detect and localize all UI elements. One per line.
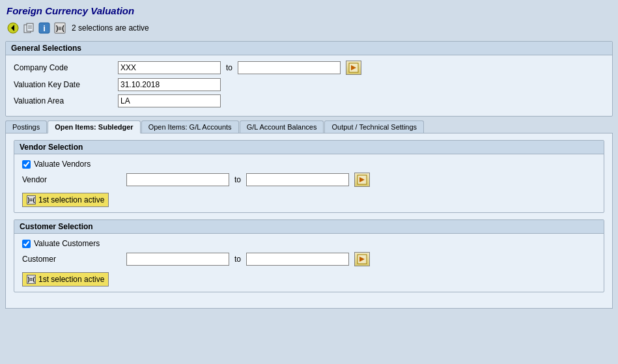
valuate-customers-row: Valuate Customers	[22, 239, 596, 248]
vendor-selection-active-text: 1st selection active	[38, 195, 104, 204]
customer-to: to	[234, 255, 241, 264]
valuate-vendors-checkbox[interactable]	[22, 160, 31, 169]
general-selections-panel: General Selections Company Code to Valua…	[5, 41, 613, 117]
svg-text:)≡(: )≡(	[56, 25, 64, 32]
customer-selection-title: Customer Selection	[14, 220, 604, 234]
company-code-label: Company Code	[14, 63, 118, 72]
selection-icon[interactable]: )≡(	[53, 21, 66, 35]
general-selections-title: General Selections	[6, 42, 612, 55]
customer-input[interactable]	[126, 253, 229, 266]
back-icon[interactable]	[7, 21, 20, 35]
valuation-key-date-input[interactable]	[118, 78, 221, 91]
vendor-sel-icon: )≡(	[27, 195, 36, 204]
tab-open-items-gl[interactable]: Open Items: G/L Accounts	[141, 120, 239, 133]
company-code-to: to	[226, 63, 232, 72]
valuation-key-date-label: Valuation Key Date	[14, 80, 118, 89]
valuate-customers-label: Valuate Customers	[34, 239, 100, 248]
vendor-selection-section: Vendor Selection Valuate Vendors Vendor …	[14, 140, 604, 213]
company-code-row: Company Code to	[14, 61, 604, 75]
general-selections-content: Company Code to Valuation Key Date Valu	[6, 55, 612, 116]
page-title: Foreign Currency Valuation	[7, 5, 611, 16]
customer-selection-active-text: 1st selection active	[38, 275, 104, 284]
vendor-to-input[interactable]	[246, 173, 349, 186]
company-code-to-input[interactable]	[238, 61, 341, 74]
vendor-label: Vendor	[22, 175, 126, 184]
selections-text: 2 selections are active	[72, 23, 149, 33]
svg-text:i: i	[43, 23, 46, 33]
customer-expand-btn[interactable]	[354, 252, 370, 266]
vendor-selection-active-btn[interactable]: )≡( 1st selection active	[22, 193, 109, 207]
tab-gl-account-balances[interactable]: G/L Account Balances	[240, 120, 324, 133]
valuation-area-input[interactable]	[118, 94, 221, 107]
toolbar: i )≡( 2 selections are active	[0, 19, 618, 38]
valuation-area-label: Valuation Area	[14, 96, 118, 105]
tab-output-technical[interactable]: Output / Technical Settings	[324, 120, 424, 133]
tabs-container: Postings Open Items: Subledger Open Item…	[0, 120, 618, 133]
tab-open-items-subledger[interactable]: Open Items: Subledger	[48, 120, 140, 133]
customer-to-input[interactable]	[246, 253, 349, 266]
vendor-selection-content: Valuate Vendors Vendor to )≡(	[14, 154, 604, 212]
valuate-customers-checkbox[interactable]	[22, 240, 31, 248]
title-bar: Foreign Currency Valuation	[0, 0, 618, 19]
customer-sel-icon: )≡(	[27, 275, 36, 284]
vendor-selection-title: Vendor Selection	[14, 141, 604, 154]
vendor-field-row: Vendor to	[22, 173, 596, 187]
tab-postings[interactable]: Postings	[5, 120, 47, 133]
customer-field-row: Customer to	[22, 252, 596, 266]
customer-selection-content: Valuate Customers Customer to )≡(	[14, 234, 604, 292]
valuate-vendors-label: Valuate Vendors	[34, 160, 91, 169]
customer-label: Customer	[22, 255, 126, 264]
customer-selection-active-btn[interactable]: )≡( 1st selection active	[22, 272, 109, 287]
main-window: Foreign Currency Valuation i	[0, 0, 618, 309]
vendor-expand-btn[interactable]	[354, 173, 370, 187]
tab-content-area: Vendor Selection Valuate Vendors Vendor …	[5, 133, 613, 309]
company-code-input[interactable]	[118, 61, 221, 74]
vendor-input[interactable]	[126, 173, 229, 186]
valuation-area-row: Valuation Area	[14, 94, 604, 107]
info-icon[interactable]: i	[38, 21, 51, 35]
valuate-vendors-row: Valuate Vendors	[22, 160, 596, 169]
customer-selection-section: Customer Selection Valuate Customers Cus…	[14, 219, 604, 292]
vendor-to: to	[234, 175, 241, 184]
copy-icon[interactable]	[22, 21, 35, 35]
valuation-key-date-row: Valuation Key Date	[14, 78, 604, 91]
svg-rect-3	[27, 23, 33, 31]
company-code-expand-btn[interactable]	[346, 61, 361, 75]
